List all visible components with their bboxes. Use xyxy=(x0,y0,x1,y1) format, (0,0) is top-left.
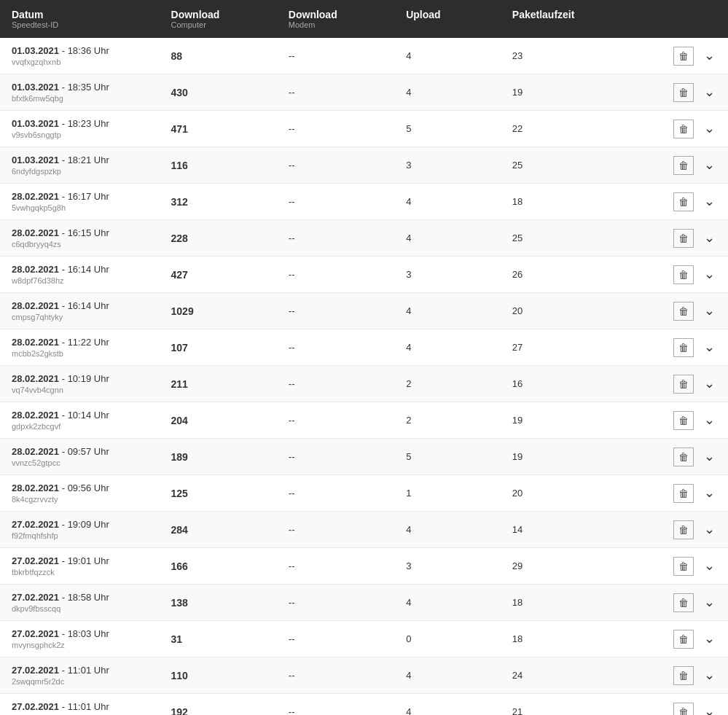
table-row: 27.02.2021 - 18:58 Uhr dkpv9fbsscqq 138-… xyxy=(0,585,728,621)
row-datum-cell: 01.03.2021 - 18:36 Uhr vvqfxgzqhxnb xyxy=(0,38,160,74)
row-paketlaufzeit: 25 xyxy=(501,220,637,257)
delete-button[interactable]: 🗑 xyxy=(673,83,694,102)
table-row: 27.02.2021 - 19:09 Uhr f92fmqhfshfp 284-… xyxy=(0,512,728,548)
row-actions-cell: 🗑 ⌄ xyxy=(637,548,728,585)
row-upload: 4 xyxy=(394,184,501,220)
delete-button[interactable]: 🗑 xyxy=(673,557,694,576)
expand-button[interactable]: ⌄ xyxy=(700,702,719,715)
row-date: 27.02.2021 - 18:03 Uhr xyxy=(12,628,109,639)
expand-button[interactable]: ⌄ xyxy=(700,483,719,502)
row-dl-modem: -- xyxy=(277,585,394,621)
delete-button[interactable]: 🗑 xyxy=(673,302,694,321)
row-paketlaufzeit: 26 xyxy=(501,257,637,293)
delete-button[interactable]: 🗑 xyxy=(673,484,694,503)
delete-button[interactable]: 🗑 xyxy=(673,593,694,612)
delete-button[interactable]: 🗑 xyxy=(673,47,694,66)
row-upload-val: 4 xyxy=(406,233,411,243)
row-datum-cell: 27.02.2021 - 18:58 Uhr dkpv9fbsscqq xyxy=(0,585,160,621)
row-speedtest-id: vq74vvb4cgnn xyxy=(12,386,148,394)
delete-button[interactable]: 🗑 xyxy=(673,265,694,284)
row-datum-cell: 27.02.2021 - 18:03 Uhr mvynsgphck2z xyxy=(0,621,160,657)
delete-button[interactable]: 🗑 xyxy=(673,630,694,649)
row-dl-computer: 192 xyxy=(160,694,277,716)
row-date: 27.02.2021 - 19:01 Uhr xyxy=(12,555,109,566)
row-dl-modem-val: -- xyxy=(289,706,295,715)
expand-button[interactable]: ⌄ xyxy=(700,374,719,393)
row-dl-modem-val: -- xyxy=(289,378,295,389)
expand-button[interactable]: ⌄ xyxy=(700,520,719,539)
expand-button[interactable]: ⌄ xyxy=(700,593,719,612)
row-dl-modem: -- xyxy=(277,329,394,366)
row-dl-computer-val: 284 xyxy=(171,524,188,536)
row-dl-modem: -- xyxy=(277,366,394,402)
expand-button[interactable]: ⌄ xyxy=(700,665,719,684)
row-paketlaufzeit-val: 24 xyxy=(512,670,522,681)
row-date: 28.02.2021 - 11:22 Uhr xyxy=(12,337,109,348)
row-datum-cell: 27.02.2021 - 11:01 Uhr 2swqqmr5r2dc xyxy=(0,657,160,694)
row-date: 28.02.2021 - 16:14 Uhr xyxy=(12,300,109,311)
row-paketlaufzeit-val: 14 xyxy=(512,524,522,535)
delete-button[interactable]: 🗑 xyxy=(673,229,694,248)
row-dl-computer-val: 116 xyxy=(171,160,188,171)
expand-button[interactable]: ⌄ xyxy=(700,82,719,101)
delete-button[interactable]: 🗑 xyxy=(673,120,694,138)
row-upload: 0 xyxy=(394,621,501,657)
expand-button[interactable]: ⌄ xyxy=(700,301,719,320)
row-actions-cell: 🗑 ⌄ xyxy=(637,329,728,366)
delete-button[interactable]: 🗑 xyxy=(673,448,694,466)
delete-button[interactable]: 🗑 xyxy=(673,375,694,394)
row-dl-modem-val: -- xyxy=(289,633,295,644)
row-paketlaufzeit: 29 xyxy=(501,548,637,585)
row-paketlaufzeit-val: 20 xyxy=(512,488,522,499)
row-paketlaufzeit-val: 20 xyxy=(512,305,522,316)
row-upload-val: 4 xyxy=(406,196,411,207)
delete-button[interactable]: 🗑 xyxy=(673,703,694,715)
row-upload: 4 xyxy=(394,74,501,111)
delete-button[interactable]: 🗑 xyxy=(673,666,694,685)
table-row: 28.02.2021 - 16:14 Uhr w8dpf76d38hz 427-… xyxy=(0,257,728,293)
row-dl-computer: 138 xyxy=(160,585,277,621)
row-dl-modem-val: -- xyxy=(289,123,295,134)
expand-button[interactable]: ⌄ xyxy=(700,629,719,648)
delete-button[interactable]: 🗑 xyxy=(673,520,694,539)
delete-button[interactable]: 🗑 xyxy=(673,156,694,175)
row-upload-val: 1 xyxy=(406,488,411,499)
row-dl-modem-val: -- xyxy=(289,196,295,207)
row-paketlaufzeit: 24 xyxy=(501,657,637,694)
table-row: 28.02.2021 - 10:19 Uhr vq74vvb4cgnn 211-… xyxy=(0,366,728,402)
expand-button[interactable]: ⌄ xyxy=(700,447,719,466)
expand-button[interactable]: ⌄ xyxy=(700,410,719,429)
row-dl-modem: -- xyxy=(277,147,394,184)
row-dl-computer-val: 31 xyxy=(171,633,183,645)
row-upload: 4 xyxy=(394,657,501,694)
row-dl-computer-val: 312 xyxy=(171,196,188,208)
row-dl-modem: -- xyxy=(277,38,394,74)
row-upload: 4 xyxy=(394,329,501,366)
expand-button[interactable]: ⌄ xyxy=(700,119,719,138)
row-dl-computer: 211 xyxy=(160,366,277,402)
expand-button[interactable]: ⌄ xyxy=(700,228,719,247)
expand-button[interactable]: ⌄ xyxy=(700,155,719,174)
row-paketlaufzeit: 18 xyxy=(501,184,637,220)
row-dl-modem: -- xyxy=(277,694,394,716)
row-date: 27.02.2021 - 19:09 Uhr xyxy=(12,519,109,530)
expand-button[interactable]: ⌄ xyxy=(700,192,719,211)
row-dl-modem-val: -- xyxy=(289,233,295,243)
row-speedtest-id: gdpxk2zbcgvf xyxy=(12,422,148,431)
expand-button[interactable]: ⌄ xyxy=(700,46,719,65)
expand-button[interactable]: ⌄ xyxy=(700,337,719,356)
row-datum-cell: 27.02.2021 - 11:01 Uhr swqbnh8pvvh xyxy=(0,694,160,716)
row-upload: 5 xyxy=(394,439,501,475)
row-datum-cell: 27.02.2021 - 19:01 Uhr tbkrbtfqzzck xyxy=(0,548,160,585)
row-dl-modem-val: -- xyxy=(289,305,295,316)
row-paketlaufzeit: 23 xyxy=(501,38,637,74)
delete-button[interactable]: 🗑 xyxy=(673,411,694,430)
row-paketlaufzeit: 20 xyxy=(501,475,637,512)
expand-button[interactable]: ⌄ xyxy=(700,556,719,575)
row-dl-computer-val: 430 xyxy=(171,87,188,98)
expand-button[interactable]: ⌄ xyxy=(700,265,719,284)
table-row: 27.02.2021 - 18:03 Uhr mvynsgphck2z 31--… xyxy=(0,621,728,657)
row-speedtest-id: vvqfxgzqhxnb xyxy=(12,58,148,66)
delete-button[interactable]: 🗑 xyxy=(673,338,694,357)
delete-button[interactable]: 🗑 xyxy=(673,192,694,211)
